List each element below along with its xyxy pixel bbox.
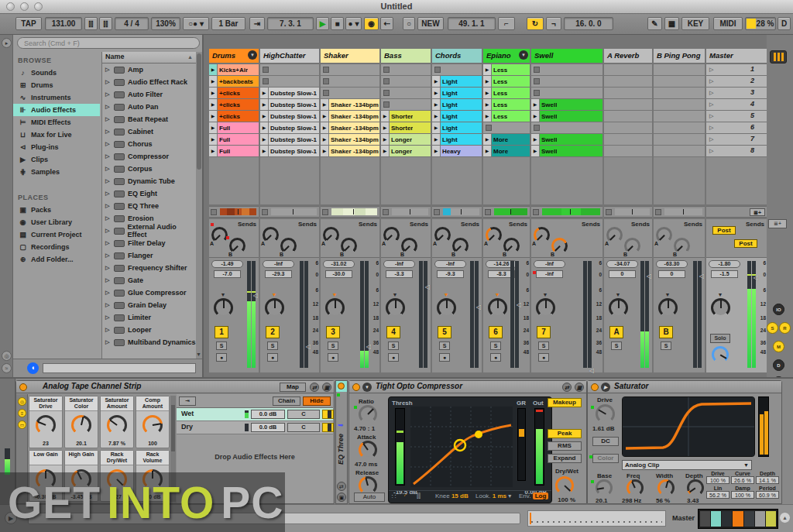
clip-slot[interactable]: ▶Swell (531, 134, 602, 145)
punch-in-button[interactable]: ⌐ (498, 17, 515, 30)
clip-launch-icon[interactable]: ▶ (260, 122, 269, 133)
send-a-knob[interactable] (434, 227, 451, 243)
scene-overview-icon[interactable]: ≣+ (768, 219, 787, 228)
clip-slot[interactable]: ▶More (483, 146, 530, 156)
hide-button[interactable]: Hide (303, 396, 331, 406)
hot-swap-icon[interactable]: ⇄ (310, 383, 319, 392)
width-knob[interactable] (657, 479, 675, 496)
device-list-item[interactable]: ▷Looper (102, 324, 196, 336)
device-list-item[interactable]: ▷Gate (102, 274, 196, 287)
clip-stop-slot[interactable] (381, 76, 431, 87)
color-button[interactable]: Color (592, 454, 619, 463)
sidebar-item-instruments[interactable]: ∿Instruments (13, 91, 100, 104)
clip-slot[interactable]: ▶Swell (531, 99, 602, 110)
auto-select-icon[interactable]: ⇥ (179, 396, 196, 406)
base-knob[interactable] (596, 479, 613, 496)
pan-knob[interactable]: ▼ (265, 298, 284, 317)
device-list-item[interactable]: ▷Flanger (102, 249, 196, 262)
track-header[interactable]: B Ping Pong (654, 49, 705, 63)
track-fold-icon[interactable]: ▼ (519, 50, 528, 60)
device-list-item[interactable]: ▷Limiter (102, 311, 196, 324)
clip-launch-icon[interactable]: ▶ (432, 122, 441, 133)
clip-launch-icon[interactable]: ▶ (321, 111, 329, 122)
track-header[interactable]: Chords (432, 49, 482, 63)
track-activator[interactable]: 3 (326, 326, 340, 338)
scene-row[interactable]: ▷6 (706, 122, 767, 133)
expander-icon[interactable]: ▷ (105, 302, 111, 308)
chain-pan[interactable]: C (287, 423, 320, 432)
scene-launch-icon[interactable]: ▷ (709, 136, 713, 142)
clip-launch-icon[interactable]: ▶ (483, 111, 492, 122)
track-activator[interactable]: 5 (438, 326, 451, 338)
device-list-item[interactable]: ▷Glue Compressor (102, 287, 196, 299)
macro-value[interactable]: 100 (136, 441, 169, 446)
stop-all-clips-icon[interactable]: ≣+ (750, 208, 765, 216)
clip-launch-icon[interactable]: ▶ (260, 146, 269, 156)
clip-launch-icon[interactable]: ▶ (260, 111, 269, 122)
time-signature-display[interactable]: 4 / 4 (115, 17, 149, 30)
solo-button[interactable]: S (216, 342, 227, 350)
rack-scrollbar[interactable] (170, 396, 176, 502)
loop-button[interactable]: ↻ (527, 17, 544, 30)
record-button[interactable]: ● ▾ (345, 17, 362, 30)
peak-level-display[interactable]: -31.02 (323, 260, 355, 268)
expander-icon[interactable]: ▷ (105, 67, 111, 73)
chain-volume[interactable]: 0.0 dB (251, 423, 285, 432)
clip-launch-icon[interactable]: ▶ (483, 76, 492, 87)
device-on-icon[interactable] (591, 383, 599, 391)
sidebar-item-clips[interactable]: ▶Clips (13, 153, 100, 166)
macro-value[interactable]: 7.87 % (101, 441, 133, 446)
back-to-arrangement-button[interactable]: ⇠ (380, 17, 393, 30)
track-activator[interactable]: 2 (266, 326, 280, 338)
save-preset-icon[interactable]: ▣ (337, 493, 346, 502)
clip-launch-icon[interactable]: ▶ (381, 122, 390, 133)
clip-slot[interactable]: ▶Less (483, 88, 530, 98)
clip-stop-icon[interactable] (263, 67, 269, 73)
play-button[interactable]: ▶ (316, 17, 329, 30)
pan-knob[interactable]: ▼ (325, 298, 345, 317)
width-value[interactable]: 56 % (656, 497, 670, 504)
chain-row-dry[interactable]: Dry0.0 dBC◖S⇄ (177, 421, 333, 434)
peak-level-display[interactable]: -1.80 (709, 260, 740, 268)
macro-value[interactable]: -0.30 dB (29, 494, 62, 499)
clip-stop-icon[interactable] (323, 78, 329, 84)
device-chain-overview[interactable] (527, 510, 666, 527)
expander-icon[interactable]: ▷ (105, 79, 111, 85)
preview-toggle-icon[interactable]: ≈ (2, 363, 12, 373)
clip-slot[interactable]: ▶Shorter (381, 111, 431, 122)
device-list-item[interactable]: ▷Dynamic Tube (102, 175, 196, 187)
clip-stop-icon[interactable] (263, 78, 269, 84)
sidebar-item-audio-effects[interactable]: ⊪Audio Effects (13, 104, 100, 116)
clip-stop-slot[interactable] (321, 76, 379, 87)
list-scrollbar[interactable]: ▼ (196, 52, 202, 359)
device-on-icon[interactable] (338, 383, 345, 390)
track-activator[interactable]: 7 (537, 326, 551, 338)
clip-slot[interactable]: ▶+backbeats (209, 76, 259, 87)
clip-slot[interactable]: ▶Shaker -134bpm (321, 134, 379, 145)
clip-launch-icon[interactable]: ▶ (260, 99, 269, 110)
expander-icon[interactable]: ▷ (105, 203, 111, 209)
device-list-item[interactable]: ▷EQ Eight (102, 187, 196, 200)
track-stop-icon[interactable] (533, 209, 539, 215)
track-activator[interactable]: A (609, 326, 623, 338)
track-stop-icon[interactable] (434, 209, 440, 215)
clip-launch-icon[interactable]: ▶ (209, 88, 218, 98)
clip-stop-slot[interactable] (531, 76, 602, 87)
clip-launch-icon[interactable]: ▶ (531, 134, 540, 145)
clip-stop-icon[interactable] (434, 67, 441, 73)
send-a-knob[interactable] (383, 227, 400, 243)
compressor-display[interactable]: Thresh GR Out -19.5 dB 0.00 dB (388, 396, 552, 503)
expander-icon[interactable]: ▷ (105, 166, 111, 172)
clip-launch-icon[interactable]: ▶ (209, 76, 218, 87)
browser-lower-icon[interactable]: ◎ (2, 351, 12, 361)
clip-slot[interactable]: ▶Shaker -134bpm (321, 146, 379, 156)
device-nav-icon[interactable]: ▶ (5, 512, 17, 524)
pan-knob[interactable]: ▼ (658, 298, 678, 317)
macro-knob[interactable] (36, 415, 56, 435)
scene-launch-icon[interactable]: ▷ (709, 67, 713, 73)
device-list-item[interactable]: ▷Frequency Shifter (102, 262, 196, 274)
clip-slot[interactable]: ▶+clicks (209, 99, 259, 110)
scene-row[interactable]: ▷2 (706, 76, 767, 87)
clip-slot[interactable]: ▶Longer (381, 146, 431, 156)
sidebar-item-sounds[interactable]: ♪Sounds (13, 67, 100, 79)
